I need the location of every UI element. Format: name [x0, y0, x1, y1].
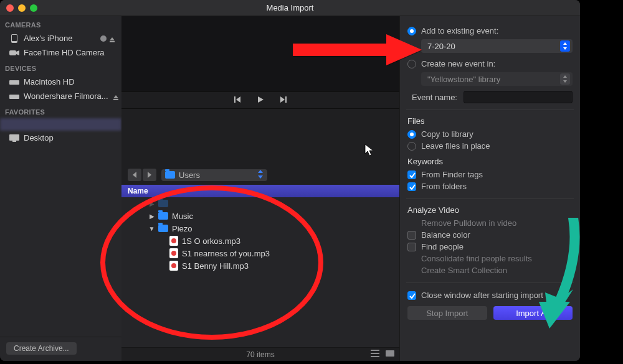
checkbox-label: Create Smart Collection: [421, 266, 507, 275]
checkbox-label: Consolidate find people results: [421, 254, 532, 263]
balance-color-checkbox[interactable]: Balance color: [407, 229, 573, 241]
checkbox-label: Close window after starting import: [421, 291, 543, 300]
preview-area: [121, 16, 399, 91]
chevron-updown-icon: [560, 40, 570, 52]
select-value: 7-20-20: [427, 42, 455, 51]
nav-forward-button[interactable]: [143, 169, 156, 181]
radio-off-icon: [407, 142, 416, 151]
files-group-title: Files: [407, 116, 573, 126]
filmstrip-view-icon[interactable]: [386, 349, 394, 360]
create-archive-button[interactable]: Create Archive...: [6, 342, 77, 355]
transport-bar: [121, 91, 399, 109]
checkbox-on-icon: [407, 170, 416, 179]
list-item-file[interactable]: S1 nearness of you.mp3: [121, 247, 399, 259]
play-button[interactable]: [256, 95, 265, 106]
nav-back-button[interactable]: [128, 169, 141, 181]
window-title: Media Import: [0, 3, 580, 12]
next-button[interactable]: [280, 95, 288, 106]
checkbox-on-icon: [407, 182, 416, 191]
checkbox-off-icon: [407, 243, 416, 251]
chevron-updown-icon: [560, 73, 570, 85]
radio-off-icon: [407, 60, 416, 68]
stop-import-button[interactable]: Stop Import: [407, 306, 487, 320]
disclosure-closed-icon[interactable]: ▶: [149, 213, 155, 220]
sidebar: CAMERAS Alex's iPhone FaceTime HD Camera…: [0, 16, 121, 361]
sidebar-item-iphone[interactable]: Alex's iPhone: [0, 31, 121, 45]
leave-files-radio[interactable]: Leave files in place: [407, 140, 573, 152]
import-all-button[interactable]: Import All: [493, 306, 573, 320]
checkbox-label: From folders: [421, 182, 467, 191]
camera-icon: [9, 49, 19, 57]
phone-icon: [9, 35, 19, 42]
prev-button[interactable]: [232, 95, 241, 106]
list-column-header-name[interactable]: Name: [121, 185, 399, 197]
radio-label: Add to existing event:: [421, 26, 498, 35]
minimize-window-button[interactable]: [18, 4, 26, 12]
import-options-panel: Add to existing event: 7-20-20 Create ne…: [399, 16, 580, 361]
desktop-icon: [9, 134, 19, 142]
svg-rect-10: [371, 353, 379, 354]
analyze-video-title: Analyze Video: [407, 205, 573, 215]
from-finder-tags-checkbox[interactable]: From Finder tags: [407, 169, 573, 180]
sidebar-item-redacted[interactable]: [0, 118, 121, 131]
remove-pulldown-checkbox: Remove Pulldown in video: [407, 217, 573, 229]
find-people-checkbox[interactable]: Find people: [407, 241, 573, 253]
audio-file-icon: [169, 261, 178, 271]
folder-icon: [158, 225, 168, 232]
list-item-folder-music[interactable]: ▶ Music: [121, 210, 399, 222]
select-value: "Yellowstone" library: [427, 75, 500, 84]
list-view-icon[interactable]: [371, 349, 379, 360]
chevron-updown-icon: [257, 170, 264, 180]
radio-label: Leave files in place: [421, 141, 490, 151]
radio-on-icon: [407, 130, 416, 139]
event-name-input[interactable]: [464, 91, 573, 103]
sidebar-section-devices: DEVICES: [0, 60, 121, 75]
eject-icon[interactable]: [113, 93, 119, 100]
close-window-button[interactable]: [6, 4, 14, 12]
radio-label: Copy to library: [421, 129, 473, 139]
close-window-after-checkbox[interactable]: Close window after starting import: [407, 289, 573, 301]
file-label: S1 nearness of you.mp3: [182, 249, 270, 258]
svg-rect-12: [386, 350, 394, 357]
file-label: Piezo: [172, 224, 193, 233]
file-label: S1 Benny Hill.mp3: [182, 261, 249, 271]
svg-rect-8: [12, 141, 16, 142]
svg-rect-7: [9, 134, 19, 141]
fullscreen-window-button[interactable]: [30, 4, 37, 12]
copy-to-library-radio[interactable]: Copy to library: [407, 128, 573, 140]
sidebar-item-wondershare[interactable]: Wondershare Filmora...: [0, 89, 121, 103]
sidebar-item-macintosh-hd[interactable]: Macintosh HD: [0, 75, 121, 89]
titlebar: Media Import: [0, 0, 580, 16]
svg-rect-6: [113, 99, 118, 100]
checkbox-label: Balance color: [421, 230, 470, 240]
list-item-file[interactable]: 1S O orkos.mp3: [121, 235, 399, 247]
sidebar-section-cameras: CAMERAS: [0, 16, 121, 31]
existing-event-select[interactable]: 7-20-20: [421, 39, 573, 53]
audio-file-icon: [169, 236, 178, 246]
folder-icon: [158, 200, 168, 207]
sidebar-item-facetime[interactable]: FaceTime HD Camera: [0, 45, 121, 60]
list-item[interactable]: ▶: [121, 197, 399, 210]
path-selector[interactable]: Users: [161, 169, 267, 181]
sidebar-item-desktop[interactable]: Desktop: [0, 131, 121, 145]
svg-rect-9: [371, 350, 379, 351]
add-to-existing-event-radio[interactable]: Add to existing event:: [407, 25, 573, 37]
svg-rect-1: [12, 35, 17, 41]
status-dot-icon: [100, 35, 107, 42]
svg-rect-2: [110, 41, 115, 42]
eject-icon[interactable]: [109, 35, 115, 42]
sidebar-item-label: Wondershare Filmora...: [24, 91, 108, 101]
list-item-folder-piezo[interactable]: ▼ Piezo: [121, 222, 399, 235]
from-folders-checkbox[interactable]: From folders: [407, 180, 573, 192]
disclosure-open-icon[interactable]: ▼: [149, 225, 155, 232]
sidebar-item-label: Alex's iPhone: [24, 34, 72, 43]
consolidate-results-checkbox: Consolidate find people results: [407, 253, 573, 264]
checkbox-label: From Finder tags: [421, 170, 483, 179]
file-label: 1S O orkos.mp3: [182, 236, 240, 246]
list-item-file[interactable]: S1 Benny Hill.mp3: [121, 259, 399, 272]
file-list[interactable]: ▶ ▶ Music ▼ Piezo 1S O orkos.mp3: [121, 197, 399, 347]
radio-label: Create new event in:: [421, 59, 495, 68]
folder-icon: [158, 212, 168, 220]
create-new-event-radio[interactable]: Create new event in:: [407, 58, 573, 70]
event-name-label: Event name:: [407, 93, 457, 102]
